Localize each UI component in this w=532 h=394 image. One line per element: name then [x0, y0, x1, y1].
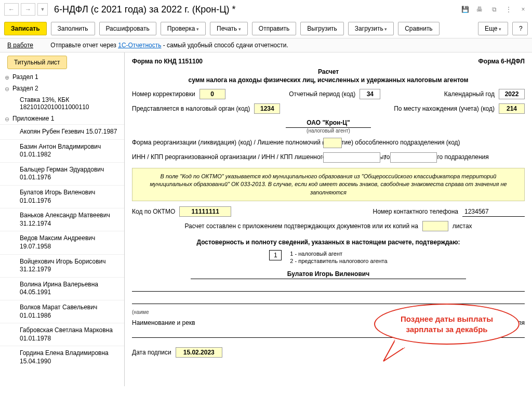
list-item[interactable]: Габровская Светлана Марковна 01.01.1978: [0, 323, 124, 346]
close-icon[interactable]: ×: [518, 6, 528, 13]
kebab-icon[interactable]: ⋮: [504, 6, 513, 13]
oktmo-label: Код по ОКТМО: [132, 208, 175, 215]
org-name: ОАО "Крон-Ц": [286, 119, 371, 128]
save-icon[interactable]: 💾: [460, 6, 470, 13]
callout: Позднее даты выплаты зарплаты за декабрь: [374, 304, 520, 345]
rep-caption-left: (наиме: [132, 309, 149, 315]
list-item[interactable]: Гордина Елена Владимировна 15.04.1990: [0, 346, 124, 369]
list-item[interactable]: Ведов Максим Андреевич 19.07.1958: [0, 231, 124, 254]
list-item[interactable]: Волина Ирина Валерьевна 04.05.1991: [0, 277, 124, 300]
sidebar: Титульный лист ⊕ Раздел 1 ⊖ Раздел 2 Ста…: [0, 52, 125, 386]
loc-label: По месту нахождения (учета) (код): [394, 105, 495, 112]
list-item[interactable]: Булатов Игорь Виленович 01.01.1976: [0, 185, 124, 208]
compare-button[interactable]: Сравнить: [398, 22, 439, 35]
nav-dropdown-button[interactable]: ▼: [37, 3, 48, 16]
window-title: 6-НДФЛ (с 2021 года) за 2022 г. (Крон-Ц)…: [54, 4, 460, 15]
period-label: Отчетный период (код): [289, 90, 355, 98]
corr-label: Номер корректировки: [132, 90, 195, 98]
reorg-label: Форма реорганизации (ликвидация) (код) /…: [132, 139, 319, 147]
callout-tail-icon: [379, 338, 410, 364]
list-item[interactable]: Бальцер Герман Эдуардович 01.01.1976: [0, 162, 124, 185]
copy-icon[interactable]: ⧉: [489, 6, 499, 13]
date-label: Дата подписи: [132, 349, 171, 356]
content: Форма по КНД 1151100 Форма 6-НДФЛ Расчет…: [125, 52, 532, 386]
oktmo-field[interactable]: 11111111: [179, 206, 231, 217]
note-box: В поле "Код по ОКТМО" указывается код му…: [132, 168, 525, 201]
tree-rate[interactable]: Ставка 13%, КБК 18210102010011000110: [0, 94, 124, 113]
signer-blank1: [132, 284, 525, 292]
fill-button[interactable]: Заполнить: [51, 22, 95, 35]
tax-org-field[interactable]: 1234: [254, 103, 280, 114]
phone-field[interactable]: 1234567: [462, 207, 525, 217]
nav-forward-button[interactable]: →: [21, 3, 35, 16]
nav-back-button[interactable]: ←: [4, 3, 19, 16]
info-suffix: - самый удобный способ сдачи отчетности.: [161, 42, 288, 49]
sheets-label1: Расчет составлен с приложением подтвержд…: [184, 222, 418, 230]
period-field[interactable]: 34: [360, 89, 380, 99]
send-button[interactable]: Отправить: [252, 22, 297, 35]
form-title: Расчет: [132, 68, 525, 75]
tree-section2[interactable]: ⊖ Раздел 2: [0, 83, 124, 94]
print-button[interactable]: Печать: [210, 22, 248, 35]
list-item[interactable]: Акопян Рубен Гезевич 15.07.1987: [0, 124, 124, 139]
sheets-field[interactable]: [422, 221, 448, 231]
reorg-field[interactable]: [323, 138, 342, 148]
upload-button[interactable]: Выгрузить: [300, 22, 344, 35]
download-button[interactable]: Загрузить: [348, 22, 394, 35]
agent-type-options: 1 - налоговый агент 2 - представитель на…: [290, 250, 387, 265]
collapse-icon[interactable]: ⊖: [3, 115, 10, 123]
title-icons: 💾 🖶 ⧉ ⋮ ×: [460, 6, 528, 13]
decode-button[interactable]: Расшифровать: [99, 22, 156, 35]
inn-label: ИНН / КПП реорганизованной организации /…: [132, 153, 319, 162]
expand-icon[interactable]: ⊕: [3, 74, 10, 81]
list-item[interactable]: Войцехович Игорь Борисович 31.12.1979: [0, 254, 124, 277]
main: Титульный лист ⊕ Раздел 1 ⊖ Раздел 2 Ста…: [0, 52, 532, 386]
rep-label: Наименование и рекв: [132, 319, 195, 326]
infobar: В работе Отправьте отчет через 1С-Отчетн…: [0, 38, 532, 52]
corr-field[interactable]: 0: [200, 89, 225, 99]
inn-field[interactable]: [323, 152, 380, 163]
phone-label: Номер контактного телефона: [373, 208, 458, 215]
info-link[interactable]: 1С-Отчетность: [118, 42, 161, 49]
collapse-icon[interactable]: ⊖: [3, 85, 10, 93]
check-button[interactable]: Проверка: [161, 22, 206, 35]
write-button[interactable]: Записать: [4, 22, 47, 35]
loc-field[interactable]: 214: [499, 103, 525, 114]
date-field[interactable]: 15.02.2023: [176, 347, 222, 358]
tree-section1[interactable]: ⊕ Раздел 1: [0, 71, 124, 83]
toolbar: Записать Заполнить Расшифровать Проверка…: [0, 19, 532, 38]
info-prefix: Отправьте отчет через: [50, 42, 118, 49]
list-item[interactable]: Волков Марат Савельевич 01.01.1986: [0, 300, 124, 323]
knd-code: Форма по КНД 1151100: [132, 58, 203, 65]
year-field[interactable]: 2022: [499, 89, 525, 99]
status-label[interactable]: В работе: [7, 42, 33, 49]
tax-org-label: Представляется в налоговый орган (код): [132, 105, 250, 112]
titlebar: ← → ▼ 6-НДФЛ (с 2021 года) за 2022 г. (К…: [0, 0, 532, 19]
print-icon[interactable]: 🖶: [475, 6, 484, 13]
help-button[interactable]: ?: [512, 22, 528, 35]
signer-blank2: [132, 297, 525, 304]
form-subtitle: сумм налога на доходы физических лиц, ис…: [132, 76, 525, 84]
list-item[interactable]: Ваньков Александр Матвеевич 31.12.1974: [0, 208, 124, 231]
agent-type-field[interactable]: 1: [269, 250, 282, 260]
kpp-field[interactable]: [390, 152, 437, 163]
tree-appendix[interactable]: ⊖ Приложение 1: [0, 113, 124, 124]
sheets-label2: листах: [453, 222, 472, 230]
more-button[interactable]: Еще: [478, 22, 508, 35]
form-name: Форма 6-НДФЛ: [478, 58, 525, 65]
org-caption: (налоговый агент): [132, 128, 525, 134]
tab-title-page[interactable]: Титульный лист: [7, 56, 67, 69]
confirm-title: Достоверность и полноту сведений, указан…: [132, 239, 525, 246]
list-item[interactable]: Базин Антон Владимирович 01.01.1982: [0, 139, 124, 162]
year-label: Календарный год: [444, 90, 495, 98]
signer-name: Булатов Игорь Виленович: [191, 270, 466, 279]
